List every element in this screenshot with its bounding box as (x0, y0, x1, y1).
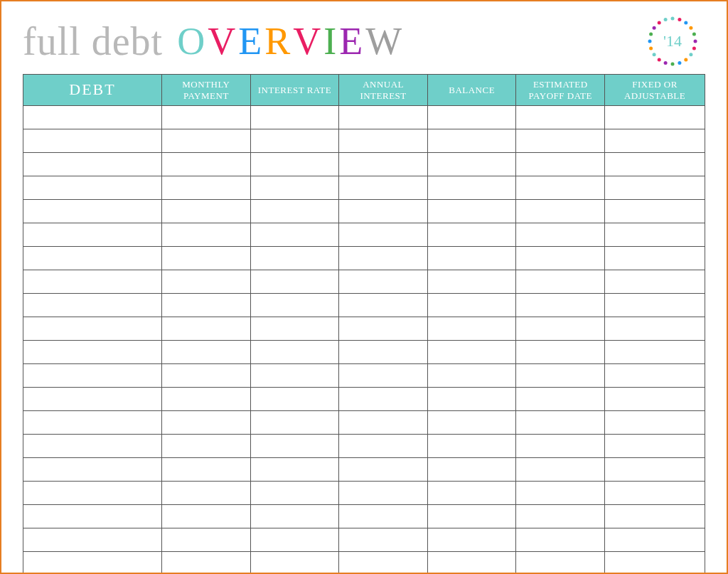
table-cell[interactable] (23, 411, 162, 435)
table-cell[interactable] (427, 341, 516, 364)
table-cell[interactable] (250, 552, 339, 574)
table-cell[interactable] (339, 153, 428, 176)
table-cell[interactable] (250, 482, 339, 505)
table-cell[interactable] (339, 435, 428, 458)
table-cell[interactable] (250, 341, 339, 364)
table-cell[interactable] (23, 106, 162, 129)
table-cell[interactable] (162, 200, 251, 223)
table-cell[interactable] (605, 458, 705, 482)
table-cell[interactable] (162, 482, 251, 505)
table-cell[interactable] (23, 505, 162, 528)
table-cell[interactable] (516, 247, 605, 270)
table-cell[interactable] (516, 270, 605, 294)
table-cell[interactable] (339, 317, 428, 341)
table-cell[interactable] (162, 364, 251, 388)
table-cell[interactable] (339, 106, 428, 129)
table-cell[interactable] (339, 294, 428, 317)
table-cell[interactable] (339, 411, 428, 435)
table-cell[interactable] (23, 458, 162, 482)
table-cell[interactable] (516, 458, 605, 482)
table-cell[interactable] (516, 411, 605, 435)
table-cell[interactable] (23, 153, 162, 176)
table-cell[interactable] (427, 223, 516, 247)
table-cell[interactable] (23, 200, 162, 223)
table-cell[interactable] (23, 270, 162, 294)
table-cell[interactable] (23, 247, 162, 270)
table-cell[interactable] (23, 223, 162, 247)
table-cell[interactable] (605, 435, 705, 458)
table-cell[interactable] (339, 364, 428, 388)
table-cell[interactable] (427, 552, 516, 574)
table-cell[interactable] (162, 528, 251, 552)
table-cell[interactable] (250, 411, 339, 435)
table-cell[interactable] (162, 223, 251, 247)
table-cell[interactable] (516, 106, 605, 129)
table-cell[interactable] (605, 364, 705, 388)
table-cell[interactable] (427, 129, 516, 153)
table-cell[interactable] (23, 552, 162, 574)
table-cell[interactable] (339, 482, 428, 505)
table-cell[interactable] (162, 317, 251, 341)
table-cell[interactable] (605, 505, 705, 528)
table-cell[interactable] (516, 153, 605, 176)
table-cell[interactable] (23, 176, 162, 200)
table-cell[interactable] (516, 223, 605, 247)
table-cell[interactable] (427, 317, 516, 341)
table-cell[interactable] (250, 129, 339, 153)
table-cell[interactable] (516, 317, 605, 341)
table-cell[interactable] (516, 505, 605, 528)
table-cell[interactable] (23, 528, 162, 552)
table-cell[interactable] (516, 364, 605, 388)
table-cell[interactable] (427, 388, 516, 411)
table-cell[interactable] (250, 505, 339, 528)
table-cell[interactable] (427, 411, 516, 435)
table-cell[interactable] (605, 270, 705, 294)
table-cell[interactable] (339, 200, 428, 223)
table-cell[interactable] (23, 482, 162, 505)
table-cell[interactable] (427, 176, 516, 200)
table-cell[interactable] (250, 200, 339, 223)
table-cell[interactable] (427, 458, 516, 482)
table-cell[interactable] (23, 388, 162, 411)
table-cell[interactable] (162, 341, 251, 364)
table-cell[interactable] (605, 247, 705, 270)
table-cell[interactable] (605, 552, 705, 574)
table-cell[interactable] (250, 435, 339, 458)
table-cell[interactable] (162, 505, 251, 528)
table-cell[interactable] (162, 435, 251, 458)
table-cell[interactable] (23, 341, 162, 364)
table-cell[interactable] (427, 435, 516, 458)
table-cell[interactable] (23, 364, 162, 388)
table-cell[interactable] (162, 552, 251, 574)
table-cell[interactable] (605, 294, 705, 317)
table-cell[interactable] (516, 294, 605, 317)
table-cell[interactable] (250, 294, 339, 317)
table-cell[interactable] (605, 317, 705, 341)
table-cell[interactable] (250, 106, 339, 129)
table-cell[interactable] (516, 176, 605, 200)
table-cell[interactable] (250, 317, 339, 341)
table-cell[interactable] (339, 528, 428, 552)
table-cell[interactable] (339, 129, 428, 153)
table-cell[interactable] (516, 388, 605, 411)
table-cell[interactable] (23, 317, 162, 341)
table-cell[interactable] (250, 270, 339, 294)
table-cell[interactable] (427, 153, 516, 176)
table-cell[interactable] (162, 458, 251, 482)
table-cell[interactable] (23, 294, 162, 317)
table-cell[interactable] (339, 176, 428, 200)
table-cell[interactable] (516, 129, 605, 153)
table-cell[interactable] (605, 223, 705, 247)
table-cell[interactable] (605, 411, 705, 435)
table-cell[interactable] (516, 200, 605, 223)
table-cell[interactable] (162, 388, 251, 411)
table-cell[interactable] (605, 528, 705, 552)
table-cell[interactable] (23, 435, 162, 458)
table-cell[interactable] (339, 505, 428, 528)
table-cell[interactable] (339, 552, 428, 574)
table-cell[interactable] (162, 294, 251, 317)
table-cell[interactable] (250, 223, 339, 247)
table-cell[interactable] (339, 247, 428, 270)
table-cell[interactable] (605, 200, 705, 223)
table-cell[interactable] (605, 341, 705, 364)
